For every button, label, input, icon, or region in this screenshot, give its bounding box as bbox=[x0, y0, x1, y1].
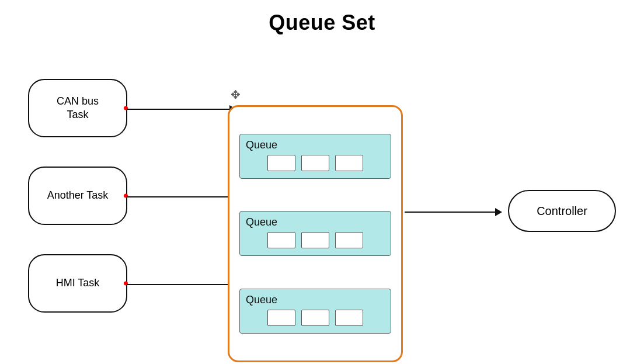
page-title: Queue Set bbox=[0, 0, 644, 35]
queue-slot bbox=[267, 232, 295, 248]
queue-slot bbox=[335, 155, 363, 171]
arrow-hmi-to-queue bbox=[127, 280, 236, 289]
queue-item-3: Queue bbox=[239, 289, 391, 334]
queue-slot bbox=[301, 232, 329, 248]
arrow-line bbox=[127, 196, 229, 198]
queue-slot bbox=[335, 310, 363, 326]
task-hmi: HMI Task bbox=[28, 254, 127, 313]
task-another-label: Another Task bbox=[47, 189, 109, 202]
cursor-icon: ✥ bbox=[231, 88, 241, 102]
queue-slots-2 bbox=[245, 232, 386, 248]
arrow-line bbox=[405, 212, 495, 213]
arrow-can-to-queue bbox=[127, 105, 236, 113]
queue-slot bbox=[301, 155, 329, 171]
queue-slot bbox=[301, 310, 329, 326]
queue-label-2: Queue bbox=[245, 216, 386, 228]
queue-slot bbox=[267, 155, 295, 171]
queue-slot bbox=[267, 310, 295, 326]
queue-item-1: Queue bbox=[239, 134, 391, 179]
arrow-queue-to-controller bbox=[405, 208, 502, 216]
arrow-head bbox=[495, 208, 502, 216]
queue-slots-1 bbox=[245, 155, 386, 171]
arrow-another-to-queue bbox=[127, 193, 236, 201]
arrow-line bbox=[127, 109, 229, 110]
controller-box: Controller bbox=[508, 190, 616, 232]
diagram: ✥ CAN bus Task Another Task HMI Task Que… bbox=[0, 41, 644, 362]
controller-label: Controller bbox=[537, 204, 587, 218]
queue-label-1: Queue bbox=[245, 139, 386, 151]
task-can-label: CAN bus Task bbox=[57, 95, 99, 122]
task-hmi-label: HMI Task bbox=[56, 276, 100, 290]
queue-slot bbox=[335, 232, 363, 248]
queue-label-3: Queue bbox=[245, 294, 386, 306]
task-another: Another Task bbox=[28, 167, 127, 225]
queue-slots-3 bbox=[245, 310, 386, 326]
queue-set-container: Queue Queue Queue bbox=[228, 105, 403, 362]
task-can-bus: CAN bus Task bbox=[28, 79, 127, 137]
queue-item-2: Queue bbox=[239, 211, 391, 256]
arrow-line bbox=[127, 284, 229, 286]
